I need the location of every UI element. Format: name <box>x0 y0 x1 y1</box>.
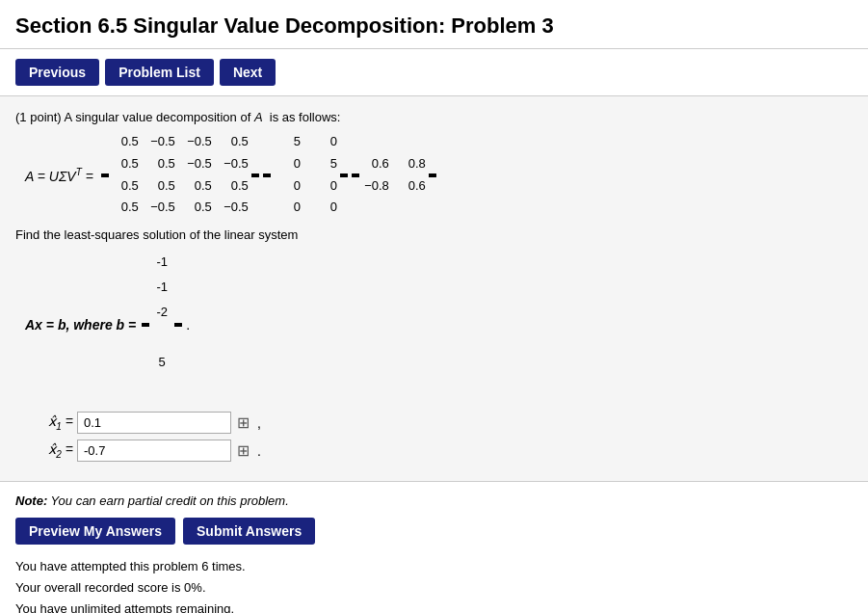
v-matrix: 0.60.8 −0.80.6 <box>362 154 426 197</box>
attempt-line2: Your overall recorded score is 0%. <box>15 577 853 599</box>
problem-intro: (1 point) A singular value decomposition… <box>15 110 853 124</box>
next-button[interactable]: Next <box>220 59 276 86</box>
b-vector: -1 -1 -2 5 <box>152 250 171 400</box>
b-equation: Ax = b, where b = -1 -1 -2 5 . <box>25 250 853 400</box>
u-matrix: 0.5−0.5−0.50.5 0.50.5−0.5−0.5 0.50.50.50… <box>112 132 249 218</box>
page-title: Section 6.5 Singular Value Decomposition… <box>0 0 868 49</box>
x2-row: x̂2 = ⊞ . <box>15 440 853 462</box>
x1-comma: , <box>257 415 261 431</box>
x2-period: . <box>257 443 261 459</box>
x2-input[interactable] <box>77 440 231 462</box>
toolbar: Previous Problem List Next <box>0 49 868 96</box>
submit-button[interactable]: Submit Answers <box>183 518 315 545</box>
attempt-line1: You have attempted this problem 6 times. <box>15 556 853 577</box>
x1-input[interactable] <box>77 412 231 434</box>
sigma-matrix: 50 05 00 00 <box>274 132 337 218</box>
note-content: You can earn partial credit on this prob… <box>51 493 289 508</box>
note-area: Note: You can earn partial credit on thi… <box>0 482 868 613</box>
note-text: Note: You can earn partial credit on thi… <box>15 493 853 508</box>
preview-button[interactable]: Preview My Answers <box>15 518 175 545</box>
attempt-info: You have attempted this problem 6 times.… <box>15 556 853 613</box>
attempt-line3: You have unlimited attempts remaining. <box>15 599 853 613</box>
matrix-equation: A = UΣVT = 0.5−0.5−0.50.5 0.50.5−0.5−0.5… <box>25 132 853 218</box>
find-text: Find the least-squares solution of the l… <box>15 227 853 242</box>
x1-row: x̂1 = ⊞ , <box>15 412 853 434</box>
x2-label: x̂2 = <box>15 441 73 460</box>
x1-label: x̂1 = <box>15 413 73 432</box>
answer-rows: x̂1 = ⊞ , x̂2 = ⊞ . <box>15 412 853 462</box>
previous-button[interactable]: Previous <box>15 59 99 86</box>
content-area: (1 point) A singular value decomposition… <box>0 96 868 482</box>
note-label: Note: <box>15 493 47 508</box>
grid-icon-x1[interactable]: ⊞ <box>237 413 250 432</box>
action-buttons: Preview My Answers Submit Answers <box>15 518 853 545</box>
problem-list-button[interactable]: Problem List <box>105 59 214 86</box>
grid-icon-x2[interactable]: ⊞ <box>237 441 250 460</box>
